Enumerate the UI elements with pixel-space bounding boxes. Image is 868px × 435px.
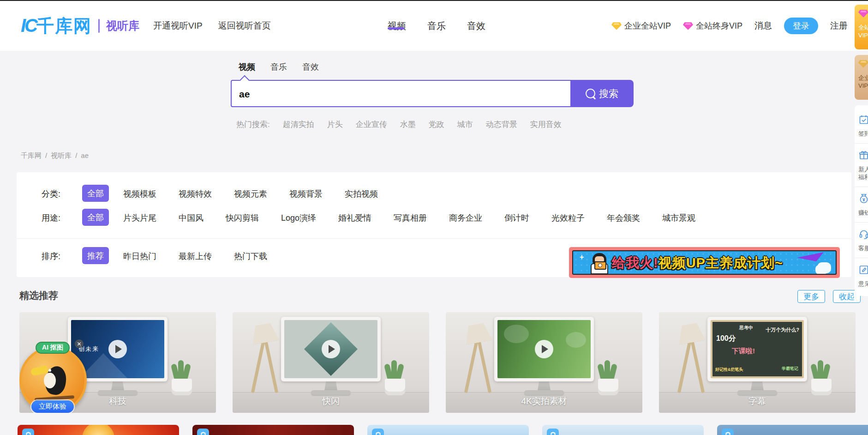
- result-card[interactable]: [542, 425, 704, 435]
- nav-tab-music[interactable]: 音乐: [427, 20, 446, 32]
- sidebar-item-feedback[interactable]: 意见: [855, 258, 868, 293]
- sidebar-item-customer-service[interactable]: 客服: [855, 222, 868, 258]
- usage-item[interactable]: 快闪剪辑: [226, 212, 259, 224]
- logo-text: 千库网: [36, 14, 92, 38]
- search-tab-sfx[interactable]: 音效: [302, 61, 319, 72]
- sort-item[interactable]: 热门下载: [234, 251, 267, 262]
- search-tabs: 视频 音乐 音效: [239, 61, 319, 72]
- enterprise-vip-link[interactable]: 企业全站VIP: [611, 20, 671, 31]
- plant-image: [598, 379, 618, 395]
- lifetime-vip-link[interactable]: 全站终身VIP: [683, 20, 742, 31]
- hot-search-item[interactable]: 水墨: [400, 119, 416, 130]
- hot-search-item[interactable]: 党政: [429, 119, 444, 130]
- diamond-gold-icon: [858, 60, 868, 68]
- main-nav: 视频 音乐 音效: [388, 1, 485, 51]
- hot-search-item[interactable]: 企业宣传: [356, 119, 387, 130]
- vip-badge: [22, 429, 34, 435]
- breadcrumb-library[interactable]: 视听库: [51, 151, 72, 160]
- usage-item[interactable]: 城市景观: [662, 212, 695, 224]
- hot-search-item[interactable]: 实用音效: [530, 119, 562, 130]
- sidebar-lifetime-vip-card[interactable]: 全站VIP: [855, 5, 868, 49]
- play-icon[interactable]: [535, 340, 553, 358]
- ai-cutout-badge[interactable]: AI 抠图 立即体验: [19, 342, 87, 413]
- sidebar-item-checkin[interactable]: 签到: [855, 108, 868, 143]
- qianku-logo[interactable]: IC 千库网: [21, 14, 92, 38]
- calendar-check-icon: [858, 114, 868, 125]
- camera-icon: [594, 261, 606, 270]
- result-card[interactable]: [367, 425, 529, 435]
- open-vip-link[interactable]: 开通视听VIP: [153, 20, 203, 32]
- desk-lamp-image: [463, 322, 492, 344]
- side-rail: 全站VIP 企业VIP 签到 新人福利: [855, 5, 868, 435]
- video-thumbnail: [497, 320, 591, 378]
- try-now-button[interactable]: 立即体验: [31, 400, 74, 413]
- sidebar-enterprise-vip-card[interactable]: 企业VIP: [855, 55, 868, 100]
- category-all-chip[interactable]: 全部: [82, 185, 109, 202]
- vip-badge: [722, 429, 734, 435]
- logo-divider: [98, 19, 100, 33]
- usage-item[interactable]: Logo演绎: [281, 212, 316, 224]
- category-item[interactable]: 视频元素: [234, 188, 267, 199]
- sort-item[interactable]: 最新上传: [179, 251, 212, 262]
- search-input[interactable]: [238, 81, 558, 107]
- search-button[interactable]: 搜索: [570, 80, 634, 107]
- category-item[interactable]: 视频背景: [289, 188, 323, 199]
- feedback-pencil-icon: [858, 264, 868, 275]
- usage-item[interactable]: 年会颁奖: [607, 212, 640, 224]
- nav-tab-video[interactable]: 视频: [388, 20, 406, 32]
- result-card[interactable]: [18, 425, 179, 435]
- hot-search-item[interactable]: 动态背景: [486, 119, 517, 130]
- usage-item[interactable]: 片头片尾: [123, 212, 156, 224]
- register-link[interactable]: 注册: [830, 20, 848, 32]
- diamond-gold-icon: [611, 22, 622, 30]
- sidebar-item-earn-money[interactable]: 赚钱: [855, 187, 868, 222]
- sidebar-vip-label: 企业VIP: [858, 74, 868, 90]
- filter-label-category: 分类:: [42, 188, 60, 199]
- more-button[interactable]: 更多: [797, 290, 825, 303]
- login-button[interactable]: 登录: [784, 18, 818, 34]
- featured-card-tech[interactable]: ✕ 创未来 AI 抠图 立即体验 科技: [19, 312, 216, 413]
- diamond-pink-icon: [683, 22, 693, 30]
- search-tab-video[interactable]: 视频: [239, 61, 255, 72]
- promo-banner[interactable]: + + 给我火!视频UP主养成计划~: [569, 247, 840, 278]
- results-row: [18, 425, 868, 435]
- sort-recommend-chip[interactable]: 推荐: [82, 247, 109, 264]
- vip-shield-icon: [200, 431, 207, 435]
- headset-icon: [858, 229, 868, 240]
- usage-item[interactable]: 婚礼爱情: [338, 212, 371, 224]
- category-item[interactable]: 视频模板: [123, 188, 156, 199]
- plant-image: [811, 379, 832, 395]
- result-card[interactable]: [717, 425, 868, 435]
- breadcrumb-home[interactable]: 千库网: [21, 151, 42, 160]
- sidebar-item-newcomer-bonus[interactable]: 新人福利: [855, 143, 868, 187]
- category-item[interactable]: 视频特效: [179, 188, 212, 199]
- hot-search-item[interactable]: 城市: [457, 119, 473, 130]
- category-item[interactable]: 实拍视频: [345, 188, 378, 199]
- usage-item[interactable]: 中国风: [179, 212, 204, 224]
- featured-card-4k[interactable]: 4K实拍素材: [446, 312, 642, 413]
- messages-link[interactable]: 消息: [754, 20, 772, 32]
- search-icon: [586, 89, 595, 98]
- vip-shield-icon: [550, 431, 557, 435]
- usage-all-chip[interactable]: 全部: [82, 209, 109, 226]
- usage-item[interactable]: 商务企业: [449, 212, 482, 224]
- usage-item[interactable]: 光效粒子: [551, 212, 585, 224]
- nav-tab-sfx[interactable]: 音效: [467, 20, 485, 32]
- play-icon[interactable]: [322, 340, 340, 358]
- hot-search-item[interactable]: 片头: [327, 119, 343, 130]
- hot-search-item[interactable]: 超清实拍: [283, 119, 314, 130]
- filter-label-sort: 排序:: [42, 251, 60, 262]
- search-tab-music[interactable]: 音乐: [270, 61, 287, 72]
- sort-item[interactable]: 昨日热门: [123, 251, 156, 262]
- usage-item[interactable]: 倒计时: [504, 212, 529, 224]
- back-home-link[interactable]: 返回视听首页: [218, 20, 271, 32]
- featured-card-subtitle[interactable]: 思考中 十万个为什么? 100分 下课啦! 好记性&烂笔头 学霸笔记 字幕: [659, 312, 856, 413]
- featured-card-flash[interactable]: 快闪: [233, 312, 429, 413]
- result-card[interactable]: [192, 425, 354, 435]
- vip-shield-icon: [25, 431, 32, 435]
- usage-item[interactable]: 写真相册: [394, 212, 427, 224]
- play-icon[interactable]: [108, 340, 127, 358]
- banner-headline: 给我火!视频UP主养成计划~: [612, 254, 783, 272]
- breadcrumb-separator: /: [45, 151, 47, 160]
- banner-photographer-image: [589, 253, 609, 274]
